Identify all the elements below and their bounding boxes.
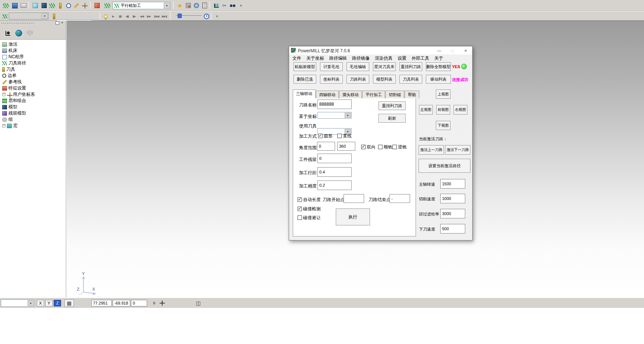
expand-icon[interactable] — [2, 93, 6, 96]
rearrange-toolpath-button[interactable]: 重排列刀路 — [378, 101, 406, 110]
stepover-input[interactable] — [317, 167, 352, 177]
panel-restore-icon[interactable] — [56, 21, 59, 25]
model-icon[interactable] — [40, 1, 49, 10]
toolbar-close-icon[interactable]: × — [236, 1, 245, 10]
save-icon[interactable] — [10, 1, 19, 10]
climb-checkbox[interactable] — [378, 145, 383, 149]
rearrange-toolpaths-button[interactable]: 重排列刀路 — [399, 62, 422, 71]
menu-item-path-edit[interactable]: 路径编辑 — [327, 55, 349, 62]
go-to-start-button[interactable]: ▮◀◀ — [153, 13, 160, 20]
end-point-input[interactable] — [389, 194, 410, 203]
tree-item-feature-sets[interactable]: 特征设置 — [1, 85, 65, 91]
cutting-feed-input[interactable] — [440, 194, 465, 203]
explorer-grip[interactable]: × — [0, 21, 66, 26]
play-button[interactable]: ▶ — [110, 13, 117, 20]
coord-list-button[interactable]: 坐标列表 — [320, 75, 343, 84]
tree-item-boundaries[interactable]: 边界 — [1, 73, 65, 79]
start-point-input[interactable] — [344, 194, 364, 203]
tab-three-axis[interactable]: 三轴联动 — [293, 89, 316, 98]
collision-avoid-checkbox[interactable] — [298, 215, 302, 220]
tree-item-levels-and-sets[interactable]: 层和组合 — [1, 98, 65, 104]
axis-y-button[interactable]: Y — [45, 300, 53, 306]
conventional-checkbox[interactable] — [392, 145, 397, 149]
toolpath-select-dropdown[interactable] — [9, 13, 49, 20]
workplane-icon[interactable] — [80, 1, 89, 10]
panel-close-icon[interactable]: × — [61, 21, 63, 25]
go-to-end-button[interactable]: ▶▶▮ — [161, 13, 168, 20]
print-icon[interactable] — [19, 1, 28, 10]
statusbar-workplane-dropdown[interactable] — [1, 299, 35, 307]
tab-help[interactable]: 帮助 — [405, 91, 419, 98]
skim-feed-input[interactable] — [440, 209, 465, 218]
expand-icon[interactable] — [2, 124, 6, 127]
paste-new-model-button[interactable]: 粘贴新模型 — [293, 62, 316, 71]
coord-x-field[interactable] — [91, 300, 112, 306]
simulation-toolbar-close-icon[interactable]: × — [213, 12, 221, 20]
feature-set-icon[interactable] — [93, 1, 102, 10]
edit-list-icon[interactable]: ≡ — [150, 300, 158, 306]
auto-length-option[interactable]: 自动长度 — [298, 197, 321, 203]
calculator-icon[interactable] — [200, 1, 209, 10]
view-top-button[interactable]: 上视图 — [436, 89, 451, 99]
tolerance-input[interactable] — [317, 180, 352, 190]
stock-edit-button[interactable]: 毛坯编辑 — [346, 62, 369, 71]
circle-checkbox[interactable] — [318, 134, 323, 138]
mode-line-option[interactable]: 直线 — [337, 133, 352, 139]
axis-x-button[interactable]: X — [37, 300, 44, 306]
tree-item-tools[interactable]: 刀具 — [1, 66, 65, 73]
delete-all-models-button[interactable]: 删除全部模型 — [426, 62, 451, 71]
shade-icon[interactable] — [102, 12, 110, 20]
activate-prev-toolpath-button[interactable]: 激活上一刀路 — [419, 145, 444, 155]
delete-selected-button[interactable]: 删除已选 — [293, 75, 316, 84]
grid-toggle-button[interactable]: ▦ — [64, 299, 74, 307]
strategy-dropdown[interactable]: 平行精加工 — [113, 2, 171, 9]
tab-four-axis[interactable]: 四轴联动 — [316, 91, 339, 98]
tab-parallel[interactable]: 平行加工 — [362, 91, 385, 98]
auto-length-checkbox[interactable] — [298, 197, 302, 202]
block-icon[interactable] — [31, 1, 40, 10]
close-button[interactable]: × — [459, 46, 472, 55]
menu-item-about-coords[interactable]: 关于坐标 — [304, 55, 327, 62]
tree-item-groups[interactable]: 组 — [1, 116, 65, 123]
menu-item-path-mirror[interactable]: 路径镜像 — [349, 55, 372, 62]
refresh-button[interactable]: 刷新 — [378, 114, 406, 123]
collision-check-checkbox[interactable] — [298, 207, 302, 211]
tool-library-button[interactable]: 星河刀具库 — [373, 62, 396, 71]
menu-item-render-sim[interactable]: 渲染仿真 — [372, 55, 395, 62]
based-coord-dropdown[interactable] — [317, 112, 352, 119]
simulation-icon[interactable] — [175, 1, 184, 10]
view-left-button[interactable]: 左视图 — [419, 105, 433, 115]
feed-rate-icon[interactable] — [192, 1, 201, 10]
find-icon[interactable] — [228, 1, 237, 10]
axis-z-button[interactable]: Z — [54, 300, 61, 306]
bidirectional-checkbox[interactable] — [361, 145, 366, 149]
view-bottom-button[interactable]: 下视图 — [436, 121, 451, 130]
tab-swivel-head[interactable]: 摆头联动 — [339, 91, 362, 98]
coord-z-field[interactable] — [131, 300, 147, 306]
tree-item-workplanes[interactable]: 用户坐标系 — [1, 91, 65, 98]
minimize-button[interactable]: — — [433, 46, 446, 55]
menu-item-external-tools[interactable]: 外部工具 — [409, 55, 432, 62]
dialog-titlebar[interactable]: PowerMILL 忆梦星河 7.0.6 — □ × — [289, 46, 472, 55]
activate-next-toolpath-button[interactable]: 激活下一刀路 — [445, 145, 470, 155]
line-checkbox[interactable] — [337, 134, 342, 138]
coord-y-field[interactable] — [113, 300, 130, 306]
pattern-icon[interactable] — [72, 1, 81, 10]
pause-button[interactable]: ▮▮ — [117, 13, 124, 20]
tool-icon[interactable] — [56, 1, 65, 10]
bidirectional-option[interactable]: 双向 — [361, 144, 376, 150]
tree-item-machine-tool[interactable]: 机床 — [1, 48, 65, 54]
tree-item-macros[interactable]: 宏 — [1, 123, 65, 129]
crosshair-icon[interactable] — [160, 301, 165, 306]
tree-item-models[interactable]: 模型 — [1, 104, 65, 110]
tab-cutting-saw[interactable]: 切割锯 — [385, 91, 404, 98]
set-active-path-button[interactable]: 设置当前激活路径 — [419, 159, 470, 173]
tree-item-activate[interactable]: 激活 — [1, 41, 65, 48]
menu-item-file[interactable]: 文件 — [290, 55, 304, 62]
speed-slider-handle[interactable] — [178, 14, 182, 18]
boundary-icon[interactable] — [64, 1, 73, 10]
toolpath-icon[interactable] — [48, 1, 57, 10]
tree-item-nc-programs[interactable]: NC程序 — [1, 54, 65, 60]
model-list-button[interactable]: 模型列表 — [373, 75, 396, 84]
stock-allowance-input[interactable] — [317, 154, 352, 163]
